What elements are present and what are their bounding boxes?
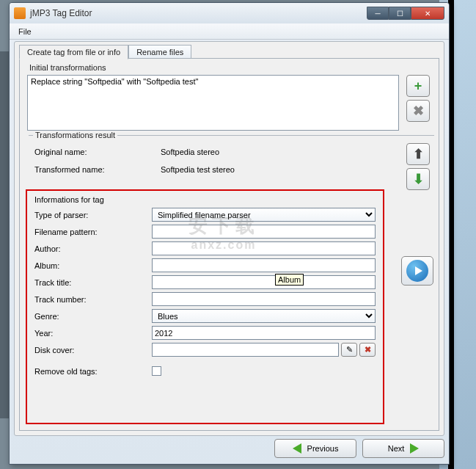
previous-label: Previous (307, 444, 339, 453)
right-arrow-icon (410, 443, 419, 454)
album-input[interactable] (152, 258, 376, 272)
album-row: Album: (34, 257, 376, 274)
disk-cover-label: Disk cover: (34, 346, 152, 355)
left-arrow-icon (293, 443, 301, 454)
tab-rename-files[interactable]: Rename files (128, 45, 191, 59)
delete-icon: ✖ (365, 345, 371, 355)
window-controls: ─ ☐ ✕ (367, 7, 444, 20)
remove-transformation-button[interactable]: ✖ (406, 100, 430, 122)
footer: Previous Next (14, 437, 444, 459)
initial-transformations-group: Initial transformations Replace string "… (24, 65, 434, 132)
pattern-input[interactable] (152, 225, 376, 239)
browse-cover-button[interactable]: ✎ (341, 343, 357, 357)
original-name-value: Softpedia stereo (161, 148, 219, 156)
edit-icon: ✎ (346, 345, 353, 355)
original-name-label: Original name: (34, 148, 87, 156)
transformed-name-value: Softpedia test stereo (161, 165, 235, 174)
move-down-button[interactable]: ⬇ (406, 168, 430, 190)
content-area: Create tag from file or info Rename file… (14, 41, 444, 436)
parser-row: Type of parser: Simplified filename pars… (34, 206, 376, 223)
pattern-label: Filename pattern: (34, 228, 152, 236)
genre-label: Genre: (34, 312, 152, 321)
transformations-list[interactable]: Replace string "Softpedia" with "Softped… (27, 75, 399, 131)
parser-label: Type of parser: (34, 211, 152, 219)
album-label: Album: (34, 261, 152, 270)
app-icon (14, 7, 26, 19)
down-arrow-icon: ⬇ (413, 171, 424, 187)
parser-select[interactable]: Simplified filename parser (152, 208, 376, 222)
move-up-button[interactable]: ⬆ (406, 143, 430, 165)
track-title-row: Track title: Album (34, 274, 376, 291)
result-group-label: Transformations result (33, 131, 117, 139)
year-input[interactable] (152, 326, 376, 340)
clear-cover-button[interactable]: ✖ (359, 343, 376, 357)
track-number-row: Track number: (34, 291, 376, 308)
album-tooltip: Album (275, 274, 304, 286)
transformation-rule[interactable]: Replace string "Softpedia" with "Softped… (31, 77, 395, 86)
previous-button[interactable]: Previous (274, 439, 356, 458)
titlebar[interactable]: jMP3 Tag Editor ─ ☐ ✕ (10, 3, 449, 23)
app-window: jMP3 Tag Editor ─ ☐ ✕ File Create tag fr… (9, 2, 450, 465)
disk-cover-input[interactable] (152, 343, 339, 357)
author-label: Author: (34, 244, 152, 253)
author-row: Author: (34, 240, 376, 257)
remove-tags-checkbox[interactable] (152, 366, 161, 376)
plus-icon: + (414, 79, 422, 94)
track-number-label: Track number: (34, 295, 152, 304)
info-group-label: Informations for tag (34, 195, 376, 204)
play-icon (406, 260, 428, 282)
menubar: File (10, 23, 449, 40)
add-transformation-button[interactable]: + (406, 75, 430, 97)
next-label: Next (388, 444, 405, 453)
year-label: Year: (34, 329, 152, 338)
pattern-row: Filename pattern: (34, 223, 376, 240)
initial-group-label: Initial transformations (27, 63, 109, 72)
close-button[interactable]: ✕ (411, 7, 444, 20)
year-row: Year: (34, 324, 376, 341)
genre-row: Genre: Blues (34, 308, 376, 324)
tab-panel: Initial transformations Replace string "… (19, 58, 439, 431)
maximize-button[interactable]: ☐ (389, 7, 411, 20)
menu-file[interactable]: File (12, 26, 37, 37)
disk-cover-row: Disk cover: ✎ ✖ (34, 341, 376, 358)
window-title: jMP3 Tag Editor (30, 8, 367, 18)
informations-for-tag-group: Informations for tag Type of parser: Sim… (26, 189, 384, 424)
up-arrow-icon: ⬆ (413, 146, 424, 162)
genre-select[interactable]: Blues (152, 309, 376, 323)
tab-strip: Create tag from file or info Rename file… (19, 45, 191, 59)
tab-create-tag[interactable]: Create tag from file or info (19, 45, 128, 59)
transformations-result-group: Transformations result Original name: So… (29, 135, 434, 186)
track-title-input[interactable] (152, 275, 376, 289)
transformed-name-label: Transformed name: (34, 165, 105, 174)
remove-tags-row: Remove old tags: (34, 363, 376, 379)
next-button[interactable]: Next (362, 439, 444, 458)
author-input[interactable] (152, 241, 376, 255)
remove-tags-label: Remove old tags: (34, 367, 152, 376)
play-button[interactable] (401, 256, 433, 286)
minimize-button[interactable]: ─ (367, 7, 389, 20)
x-icon: ✖ (413, 103, 424, 119)
track-number-input[interactable] (152, 292, 376, 306)
track-title-label: Track title: (34, 278, 152, 287)
